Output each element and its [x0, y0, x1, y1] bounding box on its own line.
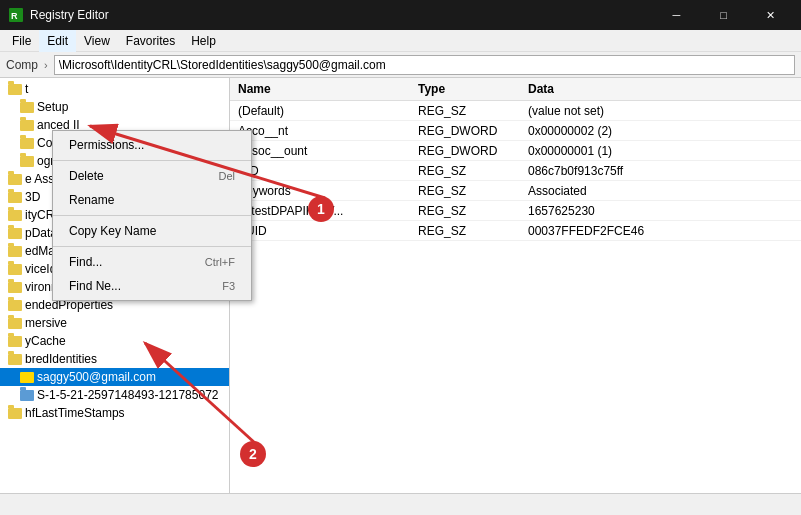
folder-icon [20, 156, 34, 167]
minimize-button[interactable]: ─ [654, 0, 699, 30]
menu-rename[interactable]: Rename [53, 188, 251, 212]
cell-name-account: Acco__nt [230, 124, 410, 138]
find-label: Find... [69, 255, 102, 269]
menu-file[interactable]: File [4, 30, 39, 52]
folder-icon [8, 264, 22, 275]
col-header-data: Data [520, 80, 801, 98]
separator-3 [53, 246, 251, 247]
menu-favorites[interactable]: Favorites [118, 30, 183, 52]
folder-icon [20, 372, 34, 383]
cell-type-latestdpapi: REG_SZ [410, 204, 520, 218]
title-bar: R Registry Editor ─ □ ✕ [0, 0, 801, 30]
folder-icon [8, 246, 22, 257]
folder-icon [8, 174, 22, 185]
permissions-label: Permissions... [69, 138, 144, 152]
edit-dropdown-menu: Permissions... Delete Del Rename Copy Ke… [52, 130, 252, 301]
cell-data-latestdpapi: 1657625230 [520, 204, 603, 218]
folder-icon [20, 120, 34, 131]
folder-icon [8, 300, 22, 311]
separator-1 [53, 160, 251, 161]
data-row-latestdpapi[interactable]: LatestDPAPIKeyV... REG_SZ 1657625230 [230, 201, 801, 221]
col-header-type: Type [410, 80, 520, 98]
find-next-shortcut: F3 [222, 280, 235, 292]
cell-type-cid: REG_SZ [410, 164, 520, 178]
delete-shortcut: Del [218, 170, 235, 182]
cell-data-account: 0x00000002 (2) [520, 124, 620, 138]
menu-find-next[interactable]: Find Ne... F3 [53, 274, 251, 298]
main-area: t Setup anced II Cookie ograph e Assc 3D… [0, 78, 801, 493]
address-label: Comp [6, 58, 38, 72]
tree-item-setup[interactable]: Setup [0, 98, 229, 116]
cell-name-assoc: Assoc__ount [230, 144, 410, 158]
delete-label: Delete [69, 169, 104, 183]
tree-item-sid[interactable]: S-1-5-21-2597148493-121785072 [0, 386, 229, 404]
menu-edit[interactable]: Edit [39, 30, 76, 52]
tree-item-email[interactable]: saggy500@gmail.com [0, 368, 229, 386]
menu-permissions[interactable]: Permissions... [53, 133, 251, 157]
folder-icon [8, 282, 22, 293]
tree-item-mersive[interactable]: mersive [0, 314, 229, 332]
tree-item-t[interactable]: t [0, 80, 229, 98]
data-row-account[interactable]: Acco__nt REG_DWORD 0x00000002 (2) [230, 121, 801, 141]
folder-icon [8, 228, 22, 239]
data-header: Name Type Data [230, 78, 801, 101]
col-header-name: Name [230, 80, 410, 98]
data-row-puid[interactable]: PUID REG_SZ 00037FFEDF2FCE46 [230, 221, 801, 241]
folder-icon [8, 408, 22, 419]
menu-find[interactable]: Find... Ctrl+F [53, 250, 251, 274]
folder-icon [20, 138, 34, 149]
data-row-default[interactable]: (Default) REG_SZ (value not set) [230, 101, 801, 121]
tree-item-bredidentities[interactable]: bredIdentities [0, 350, 229, 368]
cell-data-puid: 00037FFEDF2FCE46 [520, 224, 652, 238]
cell-name-default: (Default) [230, 104, 410, 118]
maximize-button[interactable]: □ [701, 0, 746, 30]
data-row-assoccount[interactable]: Assoc__ount REG_DWORD 0x00000001 (1) [230, 141, 801, 161]
data-panel: Name Type Data (Default) REG_SZ (value n… [230, 78, 801, 493]
cell-data-assoc: 0x00000001 (1) [520, 144, 620, 158]
menu-bar: File Edit View Favorites Help [0, 30, 801, 52]
folder-icon [8, 354, 22, 365]
cell-type-assoc: REG_DWORD [410, 144, 520, 158]
copy-key-name-label: Copy Key Name [69, 224, 156, 238]
data-row-cid[interactable]: CID REG_SZ 086c7b0f913c75ff [230, 161, 801, 181]
folder-icon [8, 192, 22, 203]
data-row-keywords[interactable]: Keywords REG_SZ Associated [230, 181, 801, 201]
cell-type-account: REG_DWORD [410, 124, 520, 138]
folder-icon [8, 84, 22, 95]
folder-icon [20, 102, 34, 113]
folder-icon [20, 390, 34, 401]
cell-data-keywords: Associated [520, 184, 595, 198]
cell-data-cid: 086c7b0f913c75ff [520, 164, 631, 178]
close-button[interactable]: ✕ [748, 0, 793, 30]
cell-name-keywords: Keywords [230, 184, 410, 198]
rename-label: Rename [69, 193, 114, 207]
svg-text:R: R [11, 11, 18, 21]
address-input[interactable] [54, 55, 795, 75]
find-next-label: Find Ne... [69, 279, 121, 293]
address-arrow: › [44, 59, 48, 71]
cell-type-puid: REG_SZ [410, 224, 520, 238]
tree-item-hflasttimestamps[interactable]: hfLastTimeStamps [0, 404, 229, 422]
menu-delete[interactable]: Delete Del [53, 164, 251, 188]
menu-copy-key-name[interactable]: Copy Key Name [53, 219, 251, 243]
cell-name-puid: PUID [230, 224, 410, 238]
window-controls: ─ □ ✕ [654, 0, 793, 30]
menu-view[interactable]: View [76, 30, 118, 52]
folder-icon [8, 210, 22, 221]
cell-name-latestdpapi: LatestDPAPIKeyV... [230, 204, 410, 218]
address-bar: Comp › [0, 52, 801, 78]
tree-item-ycache[interactable]: yCache [0, 332, 229, 350]
cell-name-cid: CID [230, 164, 410, 178]
separator-2 [53, 215, 251, 216]
folder-icon [8, 318, 22, 329]
cell-data-default: (value not set) [520, 104, 612, 118]
app-title: Registry Editor [30, 8, 109, 22]
cell-type-keywords: REG_SZ [410, 184, 520, 198]
app-icon: R [8, 7, 24, 23]
find-shortcut: Ctrl+F [205, 256, 235, 268]
status-bar [0, 493, 801, 515]
menu-help[interactable]: Help [183, 30, 224, 52]
folder-icon [8, 336, 22, 347]
cell-type-default: REG_SZ [410, 104, 520, 118]
